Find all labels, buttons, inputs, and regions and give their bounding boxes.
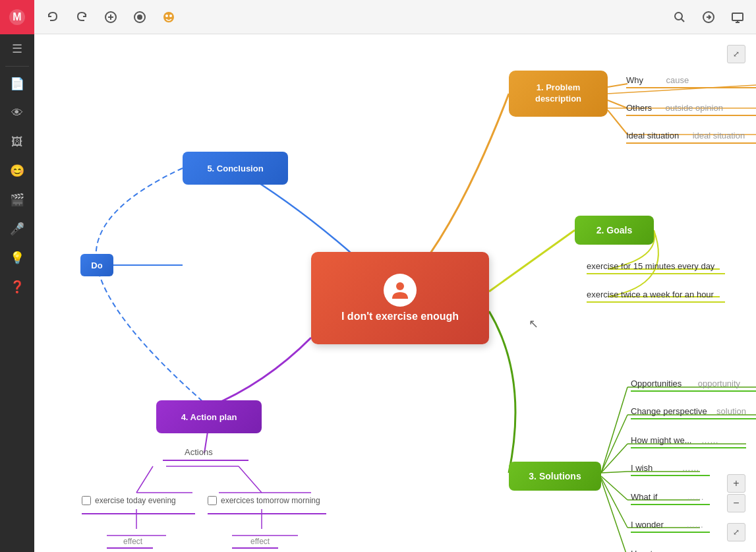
s5-line [631,504,710,505]
toolbar-right [668,5,749,29]
solutions-item2-label: Change perspective [631,406,707,416]
sidebar-menu-icon[interactable]: ☰ [0,34,34,63]
cb2-underline [208,513,326,514]
checkbox-today-input[interactable] [82,496,91,505]
svg-point-9 [169,15,172,17]
effect1-underline [107,547,153,549]
svg-line-42 [136,466,153,493]
solutions-item5-tag: …… [687,492,704,502]
effect1-label: effect [123,537,142,546]
svg-line-44 [239,466,262,493]
zoom-in-button[interactable]: + [727,474,745,493]
app-logo[interactable]: M [0,0,34,34]
solutions-item6-tag: …… [686,520,703,530]
conclusion-node[interactable]: 5. Conclusion [183,152,288,185]
sidebar-emoji-icon[interactable]: 😊 [0,156,34,185]
svg-line-30 [601,444,627,473]
sidebar-help-icon[interactable]: ❓ [0,272,34,301]
action-plan-node[interactable]: 4. Action plan [156,400,262,433]
cb1-underline [82,513,195,514]
problem-ideal-label: Ideal situation [626,131,679,140]
ideal-underline [626,142,756,144]
s3-line [631,447,746,448]
goals-item2-label: exercise twice a week for an hour [587,290,714,299]
solutions-item1: Opportunities opportunity [631,377,740,389]
add-button[interactable] [99,5,123,29]
svg-line-18 [608,84,627,87]
conclusion-label: 5. Conclusion [207,164,263,173]
sidebar-mic-icon[interactable]: 🎤 [0,214,34,243]
sidebar-bulb-icon[interactable]: 💡 [0,243,34,272]
solutions-item1-tag: opportunity [698,379,740,388]
svg-line-36 [601,477,627,528]
goals-item2-text: exercise twice a week for an hour [587,288,714,300]
checkbox-exercise-tomorrow[interactable]: exercices tomorrow morning [208,496,320,505]
s6-line [631,532,710,533]
solutions-item7-label: How to [631,549,657,552]
svg-point-10 [675,13,682,20]
svg-line-32 [601,472,627,473]
goals-item1-underline [587,273,725,274]
s1-line [631,390,756,392]
checkbox-today-label: exercise today evening [95,496,176,505]
others-underline [626,115,756,116]
canvas[interactable]: I don't exercise enough 1. Problemdescri… [34,34,756,552]
svg-point-6 [137,15,142,20]
solutions-item3-tag: …… [701,435,718,445]
effect2-underline [232,547,278,549]
problem-others-branch: Others outside opinion [626,102,723,113]
actions-underline [163,460,248,461]
goals-node[interactable]: 2. Goals [575,216,654,245]
central-label: I don't exercise enough [335,311,465,322]
svg-rect-14 [732,13,743,20]
solutions-item1-label: Opportunities [631,379,682,388]
sidebar-video-icon[interactable]: 🎬 [0,185,34,214]
redo-button[interactable] [70,5,94,29]
checkbox-tomorrow-input[interactable] [208,496,217,505]
svg-line-26 [601,387,627,473]
svg-line-28 [601,415,627,473]
sidebar-image-icon[interactable]: 🖼 [0,127,34,156]
sidebar-view-icon[interactable]: 👁 [0,98,34,127]
problem-others-tag: outside opinion [665,103,722,113]
undo-button[interactable] [41,5,65,29]
search-button[interactable] [668,5,691,29]
solutions-item2: Change perspective solution [631,405,746,417]
goals-item2-underline [587,301,725,303]
svg-text:M: M [13,11,21,22]
sidebar: M ☰ 📄 👁 🖼 😊 🎬 🎤 💡 ❓ [0,0,34,552]
checkbox-tomorrow-label: exercices tomorrow morning [221,496,320,505]
expand-top-right-button[interactable]: ⤢ [727,45,745,63]
svg-point-8 [165,15,168,17]
problem-label: 1. Problemdescription [535,82,581,105]
sidebar-divider-1 [5,66,29,67]
goals-item1-label: exercise for 15 minutes every day [587,261,714,271]
action-label: 4. Action plan [181,412,237,422]
goals-label: 2. Goals [596,225,632,235]
main-area: I don't exercise enough 1. Problemdescri… [34,0,756,552]
problem-why-tag: cause [666,75,689,85]
solutions-item3: How might we... …… [631,434,718,446]
sidebar-notes-icon[interactable]: 📄 [0,69,34,98]
solutions-item2-tag: solution [716,406,746,416]
effect2-label: effect [250,537,270,546]
do-node[interactable]: Do [80,254,113,276]
central-node[interactable]: I don't exercise enough [311,252,489,344]
solutions-node[interactable]: 3. Solutions [509,462,601,491]
record-button[interactable] [128,5,152,29]
goals-item1-text: exercise for 15 minutes every day [587,260,714,272]
present-button[interactable] [726,5,749,29]
checkbox-exercise-today[interactable]: exercise today evening [82,496,176,505]
zoom-out-button[interactable]: − [727,494,745,512]
problem-why-branch: Why cause [626,74,689,86]
problem-ideal-branch: Ideal situation ideal situation [626,129,745,141]
theme-button[interactable] [157,5,181,29]
svg-line-22 [608,110,627,135]
solutions-item3-label: How might we... [631,435,691,445]
cursor-indicator: ↖ [529,317,538,331]
solutions-item5: What if …… [631,491,704,503]
share-button[interactable] [697,5,720,29]
problem-node[interactable]: 1. Problemdescription [509,71,608,117]
avatar [384,274,417,307]
expand-bottom-right-button[interactable]: ⤢ [727,523,745,541]
